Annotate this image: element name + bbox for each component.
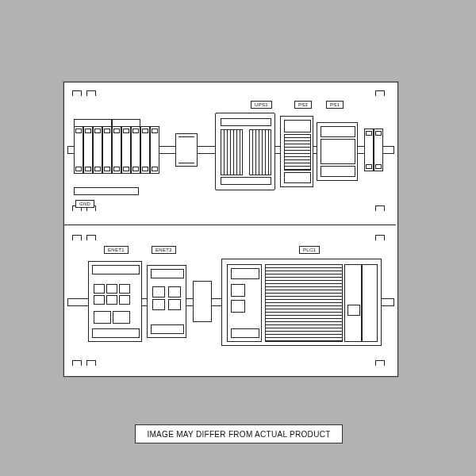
bracket-icon (72, 360, 82, 366)
bracket-icon (375, 360, 385, 366)
plc1-assembly (221, 259, 382, 346)
bracket-icon (86, 235, 96, 240)
label-ps1: PS1 (326, 101, 344, 109)
ps1-unit (317, 122, 358, 181)
label-ups1: UPS1 (251, 101, 272, 109)
terminal-end (374, 129, 383, 171)
plc-module (344, 264, 362, 342)
enet1-switch (88, 261, 142, 342)
bracket-icon (72, 90, 82, 96)
plc-module (362, 264, 378, 342)
label-enet1: ENET1 (104, 246, 129, 254)
label-ps2: PS2 (294, 101, 312, 109)
label-plc1: PLC1 (299, 246, 320, 254)
interface-module (193, 281, 212, 322)
bracket-icon (86, 360, 96, 366)
relay-module (175, 133, 198, 167)
bracket-icon (375, 90, 385, 96)
bracket-icon (86, 90, 96, 96)
plc-cpu (227, 264, 262, 342)
ups1-unit (215, 113, 275, 190)
bracket-icon (375, 205, 385, 211)
bracket-icon (72, 235, 82, 240)
bracket-icon (375, 235, 385, 240)
label-enet2: ENET2 (152, 246, 176, 254)
caption-box: IMAGE MAY DIFFER FROM ACTUAL PRODUCT (135, 424, 343, 443)
enet2-switch (147, 265, 186, 338)
ground-bus (74, 187, 139, 195)
plc-io-rack (265, 264, 343, 342)
terminal-end (364, 129, 374, 171)
label-gnd: GND (75, 200, 94, 208)
caption-text: IMAGE MAY DIFFER FROM ACTUAL PRODUCT (147, 430, 330, 439)
ps2-unit (280, 116, 313, 187)
drawing-canvas: UPS1 PS2 PS1 GND (63, 82, 398, 377)
